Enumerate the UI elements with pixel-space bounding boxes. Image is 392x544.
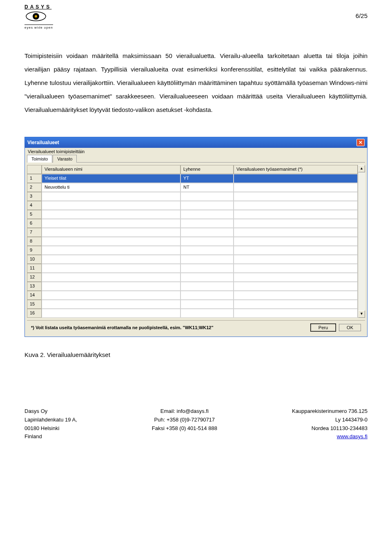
cell-abbr[interactable]	[180, 273, 234, 282]
header-name[interactable]: Vierailualueen nimi	[42, 165, 180, 174]
cell-name[interactable]	[42, 210, 180, 219]
table-row[interactable]: 11	[27, 264, 358, 273]
cell-workstations[interactable]	[234, 228, 358, 237]
table-row[interactable]: 14	[27, 291, 358, 300]
ok-button[interactable]: OK	[339, 324, 361, 331]
table-row[interactable]: 4	[27, 201, 358, 210]
table-row[interactable]: 7	[27, 228, 358, 237]
cell-workstations[interactable]	[234, 237, 358, 246]
cell-abbr[interactable]	[180, 237, 234, 246]
close-icon[interactable]: ✕	[356, 139, 365, 146]
cell-name[interactable]	[42, 219, 180, 228]
fax-line: Faksi +358 (0) 401-514 888	[152, 424, 217, 433]
cell-name[interactable]	[42, 309, 180, 318]
cell-name[interactable]	[42, 192, 180, 201]
cell-abbr[interactable]	[180, 309, 234, 318]
cell-abbr[interactable]	[180, 210, 234, 219]
cell-abbr[interactable]	[180, 246, 234, 255]
dialog-titlebar[interactable]: Vierailualueet ✕	[25, 137, 367, 148]
cell-name[interactable]: Neuvottelu ti	[42, 183, 180, 192]
cell-workstations[interactable]	[234, 273, 358, 282]
cell-workstations[interactable]	[234, 309, 358, 318]
group-label: Vierailualueet toimipisteittäin	[25, 148, 367, 155]
table-row[interactable]: 1Yleiset tilatYT	[27, 174, 358, 183]
vertical-scrollbar[interactable]: ▲ ▼	[358, 165, 365, 318]
table-row[interactable]: 10	[27, 255, 358, 264]
cancel-button[interactable]: Peru	[311, 324, 336, 331]
eye-icon	[24, 11, 53, 23]
cell-workstations[interactable]	[234, 291, 358, 300]
table-row[interactable]: 8	[27, 237, 358, 246]
cell-name[interactable]	[42, 255, 180, 264]
cell-abbr[interactable]	[180, 300, 234, 309]
cell-abbr[interactable]: NT	[180, 183, 234, 192]
cell-abbr[interactable]	[180, 192, 234, 201]
cell-name[interactable]	[42, 273, 180, 282]
cell-abbr[interactable]	[180, 219, 234, 228]
header-abbr[interactable]: Lyhenne	[180, 165, 234, 174]
cell-name[interactable]: Yleiset tilat	[42, 174, 180, 183]
row-number: 16	[27, 309, 42, 318]
cell-workstations[interactable]	[234, 201, 358, 210]
cell-workstations[interactable]	[234, 219, 358, 228]
table-row[interactable]: 5	[27, 210, 358, 219]
table-row[interactable]: 9	[27, 246, 358, 255]
address-line: 00180 Helsinki	[24, 424, 77, 433]
cell-workstations[interactable]	[234, 300, 358, 309]
cell-name[interactable]	[42, 282, 180, 291]
cell-name[interactable]	[42, 246, 180, 255]
logo: DASYS eyes wide open	[24, 4, 53, 29]
website-link[interactable]: www.dasys.fi	[292, 433, 368, 441]
cell-name[interactable]	[42, 237, 180, 246]
table-row[interactable]: 3	[27, 192, 358, 201]
scroll-up-icon[interactable]: ▲	[358, 165, 365, 172]
cell-abbr[interactable]: YT	[180, 174, 234, 183]
cell-name[interactable]	[42, 291, 180, 300]
cell-name[interactable]	[42, 201, 180, 210]
cell-workstations[interactable]	[234, 174, 358, 183]
cell-abbr[interactable]	[180, 201, 234, 210]
logo-text: DASYS	[24, 4, 53, 10]
cell-workstations[interactable]	[234, 264, 358, 273]
header-row: Vierailualueen nimi Lyhenne Vierailualue…	[27, 165, 358, 174]
address-line: Lapinlahdenkatu 19 A,	[24, 416, 77, 424]
data-grid[interactable]: Vierailualueen nimi Lyhenne Vierailualue…	[27, 165, 358, 318]
cell-workstations[interactable]	[234, 210, 358, 219]
cell-abbr[interactable]	[180, 264, 234, 273]
dialog-window: Vierailualueet ✕ Vierailualueet toimipis…	[24, 137, 368, 337]
cell-name[interactable]	[42, 228, 180, 237]
cell-abbr[interactable]	[180, 228, 234, 237]
table-row[interactable]: 15	[27, 300, 358, 309]
address-line: Finland	[24, 433, 77, 441]
cell-name[interactable]	[42, 300, 180, 309]
table-row[interactable]: 6	[27, 219, 358, 228]
company-name: Dasys Oy	[24, 407, 77, 416]
row-number: 5	[27, 210, 42, 219]
cell-abbr[interactable]	[180, 255, 234, 264]
row-number: 12	[27, 273, 42, 282]
header-workstations[interactable]: Vierailualueen työasemanimet (*)	[234, 165, 358, 174]
cell-abbr[interactable]	[180, 291, 234, 300]
scroll-track[interactable]	[358, 172, 365, 310]
row-number: 15	[27, 300, 42, 309]
row-number: 14	[27, 291, 42, 300]
cell-workstations[interactable]	[234, 183, 358, 192]
cell-workstations[interactable]	[234, 255, 358, 264]
tab-varasto[interactable]: Varasto	[53, 155, 77, 163]
cell-abbr[interactable]	[180, 282, 234, 291]
cell-name[interactable]	[42, 264, 180, 273]
table-row[interactable]: 16	[27, 309, 358, 318]
table-row[interactable]: 12	[27, 273, 358, 282]
row-number: 6	[27, 219, 42, 228]
bank-line: Nordea 101130-234483	[292, 424, 368, 433]
cell-workstations[interactable]	[234, 246, 358, 255]
tab-bar: Toimisto Varasto	[27, 155, 365, 163]
table-row[interactable]: 2Neuvottelu tiNT	[27, 183, 358, 192]
table-row[interactable]: 13	[27, 282, 358, 291]
cell-workstations[interactable]	[234, 192, 358, 201]
phone-line: Puh: +358 (0)9-72790717	[152, 416, 217, 424]
cell-workstations[interactable]	[234, 282, 358, 291]
scroll-down-icon[interactable]: ▼	[358, 310, 365, 318]
svg-point-2	[35, 15, 37, 18]
tab-toimisto[interactable]: Toimisto	[27, 155, 52, 163]
